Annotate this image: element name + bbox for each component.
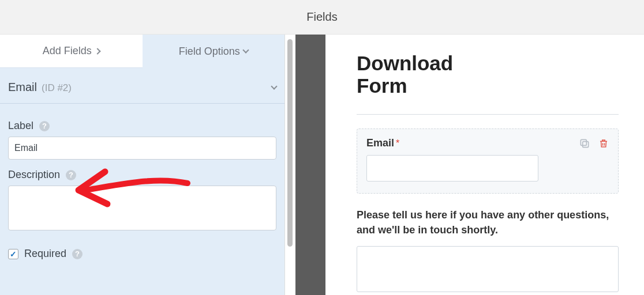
chevron-down-icon <box>271 83 277 89</box>
form-preview: Download Form Email* <box>325 35 644 295</box>
panel-divider <box>295 35 325 295</box>
workspace: Add Fields Field Options Email (ID #2) L… <box>0 35 644 295</box>
email-field-card[interactable]: Email* <box>357 128 619 194</box>
svg-rect-1 <box>581 139 586 145</box>
chevron-down-icon <box>242 47 249 53</box>
field-header-title: Email <box>8 81 37 94</box>
paragraph-field-label: Please tell us here if you have any othe… <box>357 207 619 237</box>
sidebar-scrollbar[interactable] <box>285 35 295 295</box>
email-field-input[interactable] <box>366 155 538 181</box>
field-options-panel: Add Fields Field Options Email (ID #2) L… <box>0 35 285 295</box>
tab-add-fields-label: Add Fields <box>43 45 92 57</box>
email-field-label: Email <box>366 137 394 149</box>
field-header[interactable]: Email (ID #2) <box>0 68 284 104</box>
top-bar: Fields <box>0 0 644 35</box>
help-icon[interactable]: ? <box>72 249 83 259</box>
panel-body: Label ? Description ? ✓ Required ? <box>0 104 284 260</box>
form-title: Download Form <box>357 52 507 97</box>
required-star-icon: * <box>396 138 399 148</box>
svg-rect-0 <box>583 142 589 148</box>
tab-add-fields[interactable]: Add Fields <box>0 35 143 68</box>
divider-line <box>357 114 619 115</box>
label-setting-row: Label ? <box>8 120 276 132</box>
field-actions <box>579 138 609 149</box>
field-header-id: (ID #2) <box>42 82 72 94</box>
help-icon[interactable]: ? <box>39 121 50 131</box>
label-input[interactable] <box>8 137 276 160</box>
trash-icon[interactable] <box>598 138 609 149</box>
panel-tabs: Add Fields Field Options <box>0 35 284 68</box>
duplicate-icon[interactable] <box>579 138 590 149</box>
tab-field-options[interactable]: Field Options <box>143 35 285 68</box>
scrollbar-thumb[interactable] <box>287 39 293 247</box>
required-label: Required <box>24 248 66 260</box>
help-icon[interactable]: ? <box>66 170 76 180</box>
required-row: ✓ Required ? <box>8 248 276 260</box>
label-setting-text: Label <box>8 120 33 132</box>
tab-field-options-label: Field Options <box>179 46 240 58</box>
chevron-right-icon <box>94 48 100 54</box>
required-checkbox[interactable]: ✓ <box>8 249 18 259</box>
description-setting-text: Description <box>8 169 60 181</box>
topbar-title: Fields <box>306 10 337 24</box>
description-setting-row: Description ? <box>8 169 276 181</box>
paragraph-field-input[interactable] <box>357 246 619 292</box>
description-input[interactable] <box>8 186 276 230</box>
